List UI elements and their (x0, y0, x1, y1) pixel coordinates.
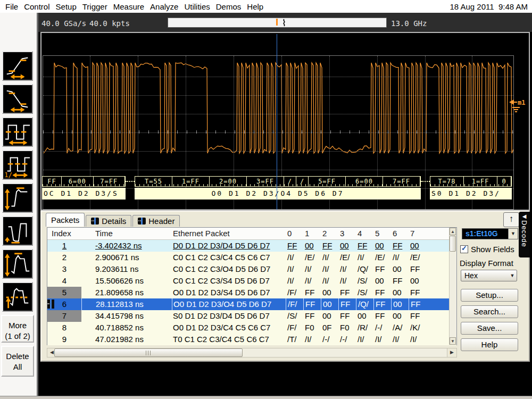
column-header-5[interactable]: 5 (373, 228, 391, 239)
gridline (43, 77, 513, 77)
cell-byte-4: /I/ (356, 252, 373, 263)
decode-bus-row: T=551=FF2=003=FF//5=FF6=007=FF (135, 176, 421, 187)
column-header-7[interactable]: 7 (409, 228, 426, 239)
cell-packet: C0 C1 C2 C3/O4 D5 D6 D7 (172, 263, 286, 275)
cell-byte-3: FF (338, 287, 356, 298)
display-format-combo[interactable]: Hex ▼ (461, 270, 517, 281)
tab-packets[interactable]: Packets (46, 213, 85, 227)
measure-frequency-button[interactable]: 1/ (2, 150, 33, 180)
cell-byte-6: 00 (391, 263, 409, 275)
show-fields-checkbox[interactable] (460, 245, 468, 253)
column-header-4[interactable]: 4 (356, 228, 373, 239)
delete-all-button[interactable]: Delete All (1, 346, 34, 377)
menu-item-demos[interactable]: Demos (216, 2, 242, 11)
horizontal-scroll-thumb[interactable] (54, 348, 243, 357)
save-button[interactable]: Save... (461, 322, 518, 335)
decode-ticks (43, 184, 125, 186)
cell-byte-2: 00 (321, 310, 338, 322)
delete-label: Delete (2, 351, 33, 362)
thumb-grip (146, 351, 151, 355)
vertical-scroll-thumb[interactable] (450, 236, 456, 252)
measure-peak-peak-button[interactable] (2, 183, 33, 213)
scroll-up-icon[interactable]: ▲ (450, 228, 456, 235)
menu-item-utilities[interactable]: Utilities (184, 2, 210, 11)
trigger-position-marker (276, 19, 278, 26)
packet-row-7[interactable]: 734.415798 nsS0 D1 D2 D3/D4 D5 D6 D7/S/F… (47, 310, 456, 322)
packet-row-4[interactable]: 415.506626 nsC0 C1 C2 C3/S4 D5 D6 D7/I//… (47, 275, 456, 287)
decode-bus-row: FF6=007=FF (42, 176, 126, 187)
cell-byte-3: FF (338, 298, 356, 310)
chevron-down-icon[interactable]: ▼ (508, 270, 517, 281)
scroll-down-icon[interactable]: ▼ (450, 337, 456, 345)
cell-byte-7: 00 (409, 240, 426, 252)
packet-row-5[interactable]: 521.809658 nsO0 D1 D2 D3/S4 D5 D6 D7/F/F… (47, 287, 456, 298)
average-icon (3, 283, 32, 311)
measure-fall-time-button[interactable] (2, 84, 33, 114)
table-horizontal-scrollbar[interactable]: ◀ ▶ (47, 348, 457, 358)
packet-row-9[interactable]: 947.021982 nsT0 C1 C2 C3/C4 C5 C6 C7/T//… (47, 334, 456, 345)
waveform-display: m1 FF6=007=FFOC D1 D2 D3/ST=551=FF2=003=… (40, 32, 530, 211)
time-cursor[interactable] (277, 34, 277, 210)
search-button[interactable]: Search... (461, 305, 518, 318)
measure-maximum-button[interactable] (2, 249, 33, 279)
packet-row-3[interactable]: 39.203611 nsC0 C1 C2 C3/O4 D5 D6 D7/I//I… (47, 263, 456, 275)
packet-row-2[interactable]: 22.900671 nsC0 C1 C2 C3/C4 C5 C6 C7/I//E… (47, 252, 456, 263)
column-header-1[interactable]: 1 (303, 228, 321, 239)
chevron-down-icon[interactable]: ▼ (508, 229, 518, 239)
menu-item-trigger[interactable]: Trigger (82, 2, 107, 11)
measure-average-button[interactable] (2, 282, 33, 312)
menu-item-file[interactable]: File (5, 2, 18, 11)
scroll-right-icon[interactable]: ▶ (447, 348, 456, 357)
tab-header[interactable]: Header (132, 215, 180, 227)
menu-items: FileControlSetupTriggerMeasureAnalyzeUti… (0, 2, 263, 11)
packet-row-6[interactable]: 628.112813 nsO0 D1 D2 D3/O4 D5 D6 D7/F/F… (47, 298, 456, 310)
column-header-2[interactable]: 2 (321, 228, 338, 239)
cell-byte-1: F0 (303, 322, 321, 334)
column-header-ethernet-packet[interactable]: Ethernet Packet (172, 228, 286, 239)
cell-packet: O0 D1 D2 D3/S4 D5 D6 D7 (172, 287, 286, 298)
menu-item-analyze[interactable]: Analyze (150, 2, 178, 11)
cell-time: 9.203611 ns (81, 263, 172, 275)
cell-byte-3: FF (338, 310, 356, 322)
setup-button[interactable]: Setup... (461, 289, 518, 302)
cell-byte-2: /-/ (321, 334, 338, 345)
more-button[interactable]: More (1 of 2) (1, 315, 34, 343)
cell-byte-4: /S/ (356, 287, 373, 298)
collapse-panel-button[interactable]: ↑ (503, 212, 519, 227)
packet-row-8[interactable]: 840.718852 nsO0 D1 D2 D3/C4 C5 C6 C7/F/F… (47, 322, 456, 334)
cell-byte-2: /I/ (321, 252, 338, 263)
display-format-value: Hex (461, 270, 508, 281)
status-bar: 40.0 GSa/s 40.0 kpts 13.0 GHz (38, 13, 532, 32)
clock: 18 Aug 2011 9:48 AM (450, 2, 532, 11)
column-header-time[interactable]: Time (81, 228, 172, 239)
cell-byte-0: /S/ (286, 310, 303, 322)
menu-item-help[interactable]: Help (247, 2, 263, 11)
cell-byte-2: /I/ (321, 275, 338, 287)
decode-side-tab[interactable]: ◀ Decode (519, 212, 530, 257)
packet-table: IndexTimeEthernet Packet01234567 1-3.402… (47, 227, 457, 345)
menu-item-control[interactable]: Control (24, 2, 49, 11)
gridline (43, 114, 513, 114)
cell-byte-2: FF (321, 240, 338, 252)
measure-rise-time-button[interactable] (2, 51, 33, 81)
menu-item-measure[interactable]: Measure (113, 2, 144, 11)
column-header-6[interactable]: 6 (391, 228, 409, 239)
menu-item-setup[interactable]: Setup (56, 2, 77, 11)
cell-index: 1 (47, 240, 81, 252)
packet-row-1[interactable]: 1-3.402432 nsD0 D1 D2 D3/D4 D5 D6 D7FF00… (47, 240, 456, 252)
decode-bus-row: T=781=FF0 (430, 176, 512, 187)
tab-details[interactable]: Details (86, 215, 131, 227)
column-header-0[interactable]: 0 (286, 228, 303, 239)
marker-m1[interactable]: m1 (508, 97, 529, 116)
decode-source-combo[interactable]: s1:Et10G ▼ (462, 228, 518, 239)
measure-base-button[interactable] (2, 216, 33, 246)
acquisition-position-bar[interactable] (168, 18, 387, 28)
decode-marker-icon (138, 218, 146, 225)
help-button[interactable]: Help (461, 338, 518, 351)
measure-period-button[interactable] (2, 117, 33, 147)
table-vertical-scrollbar[interactable]: ▲ ▼ (449, 228, 456, 345)
decode-source-value: s1:Et10G (462, 229, 508, 239)
column-header-index[interactable]: Index (47, 228, 81, 239)
column-header-3[interactable]: 3 (338, 228, 356, 239)
cell-byte-5: FF (373, 287, 391, 298)
